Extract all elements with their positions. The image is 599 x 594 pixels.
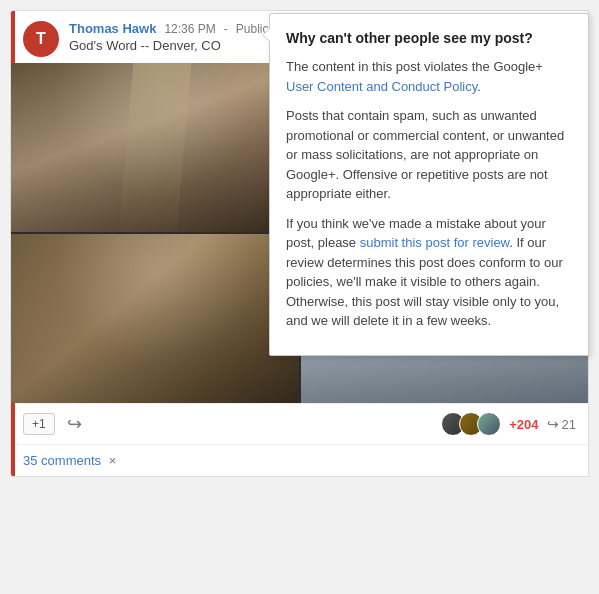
avatar-initial: T bbox=[36, 30, 46, 48]
image-tile-3 bbox=[11, 234, 299, 403]
plusone-label: +1 bbox=[32, 417, 46, 431]
tooltip-para-3: If you think we've made a mistake about … bbox=[286, 214, 572, 331]
tooltip-popup: Why can't other people see my post? The … bbox=[269, 13, 589, 356]
avatar-group bbox=[441, 412, 501, 436]
tooltip-para1-before: The content in this post violates the Go… bbox=[286, 59, 543, 74]
submit-review-link[interactable]: submit this post for review bbox=[360, 235, 510, 250]
post-separator: - bbox=[224, 22, 228, 36]
plusone-button[interactable]: +1 bbox=[23, 413, 55, 435]
tooltip-title: Why can't other people see my post? bbox=[286, 28, 572, 49]
avatar: T bbox=[23, 21, 59, 57]
author-name[interactable]: Thomas Hawk bbox=[69, 21, 156, 36]
comments-close[interactable]: × bbox=[109, 453, 117, 468]
footer-left: +1 ↪ bbox=[23, 413, 82, 435]
post-time: 12:36 PM bbox=[164, 22, 215, 36]
reshare-icon: ↪ bbox=[547, 416, 559, 432]
tooltip-para-2: Posts that contain spam, such as unwante… bbox=[286, 106, 572, 204]
comments-bar[interactable]: 35 comments × bbox=[11, 444, 588, 476]
tooltip-para-1: The content in this post violates the Go… bbox=[286, 57, 572, 96]
footer-right: +204 ↪ 21 bbox=[441, 412, 576, 436]
liker-avatar-3 bbox=[477, 412, 501, 436]
share-button[interactable]: ↪ bbox=[67, 413, 82, 435]
plusone-count: +204 bbox=[509, 417, 538, 432]
conduct-policy-link[interactable]: User Content and Conduct Policy bbox=[286, 79, 477, 94]
reshare-number: 21 bbox=[562, 417, 576, 432]
tooltip-para1-after: . bbox=[477, 79, 481, 94]
post-card: ? T Thomas Hawk 12:36 PM - Public God's … bbox=[10, 10, 589, 477]
comments-label: 35 comments bbox=[23, 453, 101, 468]
post-footer: +1 ↪ +204 ↪ 21 bbox=[11, 403, 588, 444]
reshare-count: ↪ 21 bbox=[547, 416, 576, 432]
image-tile-1 bbox=[11, 63, 299, 232]
